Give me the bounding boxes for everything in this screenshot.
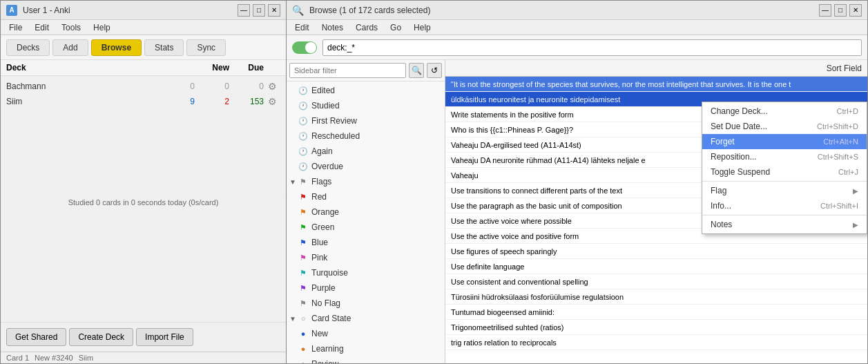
minimize-button[interactable]: — xyxy=(238,4,250,17)
flag-turquoise-icon: ⚑ xyxy=(298,267,309,278)
spacer xyxy=(1,211,286,323)
dot-learning-icon: ● xyxy=(298,343,309,354)
card-row[interactable]: "It is not the strongest of the species … xyxy=(445,77,867,92)
sort-field-label[interactable]: Sort Field xyxy=(827,64,862,73)
deck-gear-icon[interactable]: ⚙ xyxy=(264,81,280,92)
get-shared-button[interactable]: Get Shared xyxy=(6,328,66,346)
browse-menu-notes[interactable]: Notes xyxy=(316,21,349,34)
anki-status-bar: Card 1 New #3240 Siim xyxy=(1,352,286,363)
decks-button[interactable]: Decks xyxy=(6,39,50,56)
sidebar-item-flag-green[interactable]: ⚑ Green xyxy=(287,220,445,235)
browse-menu-go[interactable]: Go xyxy=(385,21,407,34)
search-input[interactable] xyxy=(322,39,862,56)
context-menu: Change Deck... Ctrl+D Set Due Date... Ct… xyxy=(702,102,867,234)
card-row[interactable]: Use figures of speech sparingly xyxy=(445,244,867,259)
ctx-toggle-suspend[interactable]: Toggle Suspend Ctrl+J xyxy=(702,164,867,180)
card-cell: Türosiini hüdroksülaasi fosforüülumise r… xyxy=(451,293,862,301)
bottom-buttons: Get Shared Create Deck Import File xyxy=(1,322,286,352)
close-button[interactable]: ✕ xyxy=(268,4,280,17)
sidebar-label-rescheduled: Rescheduled xyxy=(311,131,360,141)
card-row[interactable]: Trigonomeetrilised suhted (ratios) xyxy=(445,320,867,335)
sidebar-item-flag-turquoise[interactable]: ⚑ Turquoise xyxy=(287,265,445,280)
deck-gear-icon[interactable]: ⚙ xyxy=(264,96,280,107)
sidebar-item-state-new[interactable]: ● New xyxy=(287,326,445,341)
sidebar-item-again[interactable]: 🕐 Again xyxy=(287,144,445,159)
card-cell: Use definite language xyxy=(451,262,862,271)
sidebar-label-studied: Studied xyxy=(311,101,340,111)
import-file-button[interactable]: Import File xyxy=(136,328,193,346)
flag-red-icon: ⚑ xyxy=(298,191,309,202)
card-row[interactable]: Tuntumad biogeensed amiinid: xyxy=(445,305,867,320)
sync-button[interactable]: Sync xyxy=(186,39,226,56)
sidebar-item-studied[interactable]: 🕐 Studied xyxy=(287,98,445,113)
menu-edit[interactable]: Edit xyxy=(29,21,55,34)
sidebar-item-overdue[interactable]: 🕐 Overdue xyxy=(287,159,445,174)
sidebar-item-first-review[interactable]: 🕐 First Review xyxy=(287,113,445,128)
menu-tools[interactable]: Tools xyxy=(56,21,86,34)
browse-button[interactable]: Browse xyxy=(91,39,142,56)
card-row[interactable]: Türosiini hüdroksülaasi fosforüülumise r… xyxy=(445,289,867,305)
browse-icon: 🔍 xyxy=(292,5,304,16)
clock-icon: 🕐 xyxy=(298,115,309,126)
sidebar-item-edited[interactable]: 🕐 Edited xyxy=(287,83,445,98)
sidebar-item-card-state[interactable]: ▼ ○ Card State xyxy=(287,311,445,326)
maximize-button[interactable]: □ xyxy=(253,4,265,17)
sidebar-item-flag-orange[interactable]: ⚑ Orange xyxy=(287,204,445,220)
ctx-forget[interactable]: Forget Ctrl+Alt+N xyxy=(702,134,867,149)
clock-icon: 🕐 xyxy=(298,146,309,157)
browse-menu-help[interactable]: Help xyxy=(408,21,436,34)
ctx-change-deck[interactable]: Change Deck... Ctrl+D xyxy=(702,104,867,119)
stats-button[interactable]: Stats xyxy=(144,39,184,56)
card-row[interactable]: Use consistent and conventional spelling xyxy=(445,274,867,289)
browse-menu-edit[interactable]: Edit xyxy=(289,21,315,34)
sidebar-label-flag-red: Red xyxy=(311,192,327,202)
sidebar-label-first-review: First Review xyxy=(311,116,357,126)
deck-row-bachmann[interactable]: Bachmann 0 0 0 ⚙ xyxy=(1,79,286,94)
toggle-switch[interactable] xyxy=(292,41,317,54)
ctx-shortcut-set-due: Ctrl+Shift+D xyxy=(817,122,858,131)
deck-lrn-count: 0 xyxy=(195,82,229,91)
sort-field-bar: Sort Field xyxy=(445,60,867,77)
sidebar-label-flags: Flags xyxy=(311,177,331,186)
ctx-notes[interactable]: Notes xyxy=(702,217,867,232)
deck-list: Bachmann 0 0 0 ⚙ Siim 9 2 153 ⚙ xyxy=(1,76,286,193)
flag-green-icon: ⚑ xyxy=(298,222,309,233)
ctx-label-change-deck: Change Deck... xyxy=(711,106,768,116)
ctx-flag[interactable]: Flag xyxy=(702,183,867,198)
sidebar-item-rescheduled[interactable]: 🕐 Rescheduled xyxy=(287,128,445,144)
clock-icon: 🕐 xyxy=(298,131,309,142)
browse-close-button[interactable]: ✕ xyxy=(849,4,862,17)
add-button[interactable]: Add xyxy=(52,39,88,56)
card-cell: Tuntumad biogeensed amiinid: xyxy=(451,308,862,316)
sidebar-item-flag-red[interactable]: ⚑ Red xyxy=(287,189,445,204)
card-row[interactable]: trig ratios relation to reciprocals xyxy=(445,335,867,350)
sidebar-item-state-review[interactable]: ● Review xyxy=(287,356,445,363)
menu-file[interactable]: File xyxy=(3,21,28,34)
deck-row-siim[interactable]: Siim 9 2 153 ⚙ xyxy=(1,94,286,109)
card-row[interactable]: Use definite language xyxy=(445,259,867,274)
sidebar-item-flag-purple[interactable]: ⚑ Purple xyxy=(287,280,445,296)
ctx-info[interactable]: Info... Ctrl+Shift+I xyxy=(702,198,867,213)
deck-due-count: 153 xyxy=(229,97,264,106)
sidebar-item-flags[interactable]: ▼ ⚑ Flags xyxy=(287,174,445,189)
sidebar-refresh-icon[interactable]: ↺ xyxy=(427,63,442,78)
sidebar-item-flag-noflag[interactable]: ⚑ No Flag xyxy=(287,296,445,311)
card-cell: Use figures of speech sparingly xyxy=(451,247,862,256)
ctx-reposition[interactable]: Reposition... Ctrl+Shift+S xyxy=(702,149,867,164)
anki-toolbar: Decks Add Browse Stats Sync xyxy=(1,35,286,60)
ctx-set-due-date[interactable]: Set Due Date... Ctrl+Shift+D xyxy=(702,119,867,134)
sidebar-item-state-learning[interactable]: ● Learning xyxy=(287,341,445,356)
sidebar-item-flag-pink[interactable]: ⚑ Pink xyxy=(287,250,445,265)
create-deck-button[interactable]: Create Deck xyxy=(69,328,133,346)
browse-maximize-button[interactable]: □ xyxy=(834,4,847,17)
browse-sidebar: 🔍 ↺ 🕐 Edited 🕐 Studied xyxy=(287,60,445,363)
browse-menu-cards[interactable]: Cards xyxy=(350,21,383,34)
menu-help[interactable]: Help xyxy=(88,21,116,34)
sidebar-filter-input[interactable] xyxy=(289,63,406,78)
browse-minimize-button[interactable]: — xyxy=(819,4,831,17)
sidebar-search-icon[interactable]: 🔍 xyxy=(409,63,424,78)
dot-new-icon: ● xyxy=(298,328,309,339)
due-col-header: Due xyxy=(229,63,264,73)
sidebar-label-flag-orange: Orange xyxy=(311,207,339,217)
sidebar-item-flag-blue[interactable]: ⚑ Blue xyxy=(287,235,445,250)
